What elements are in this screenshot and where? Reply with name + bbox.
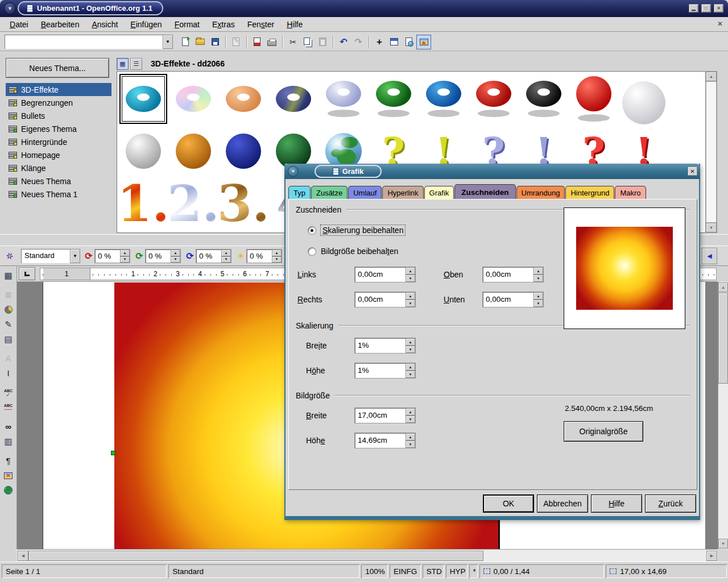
size-höhe-spinner[interactable]: 14,69cm▲▼ bbox=[354, 433, 416, 448]
undo-button[interactable] bbox=[336, 35, 351, 49]
menu-bearbeiten[interactable]: Bearbeiten bbox=[35, 18, 86, 31]
gallery-item-torus-blue[interactable] bbox=[419, 73, 469, 125]
gallery-item-torus-green[interactable] bbox=[369, 73, 419, 125]
status-insert-mode[interactable]: EINFG bbox=[390, 564, 421, 578]
spin-up-icon[interactable]: ▲ bbox=[120, 250, 130, 256]
tab-zusätze[interactable]: Zusätze bbox=[311, 186, 348, 199]
close-document-icon[interactable]: ✕ bbox=[717, 20, 723, 28]
ok-button[interactable]: OK bbox=[483, 494, 534, 513]
spin-up-icon[interactable]: ▲ bbox=[221, 250, 231, 256]
status-zoom[interactable]: 100% bbox=[361, 564, 388, 578]
tab-grafik[interactable]: Grafik bbox=[424, 186, 454, 199]
spin-up-icon[interactable]: ▲ bbox=[533, 267, 543, 275]
spin-down-icon[interactable]: ▼ bbox=[221, 256, 231, 263]
edit-file-button[interactable] bbox=[229, 35, 243, 49]
theme-item[interactable]: Homepage bbox=[6, 148, 111, 161]
theme-item[interactable]: Eigenes Thema bbox=[6, 122, 111, 135]
spin-down-icon[interactable]: ▼ bbox=[120, 256, 130, 263]
maximize-button[interactable]: □ bbox=[701, 4, 711, 13]
menu-fenster[interactable]: Fenster bbox=[241, 18, 280, 31]
minimize-button[interactable] bbox=[689, 4, 698, 13]
draw-functions-button[interactable]: ✎ bbox=[1, 317, 16, 331]
spin-up-icon[interactable]: ▲ bbox=[406, 408, 415, 415]
radio-circle[interactable] bbox=[308, 227, 316, 234]
scroll-left-icon[interactable]: ◀ bbox=[18, 551, 28, 561]
gallery-item-sphere-white[interactable] bbox=[619, 73, 669, 125]
grid-view-button[interactable]: ▦ bbox=[117, 58, 129, 70]
links-spinner[interactable]: 0,00cm▲▼ bbox=[354, 267, 416, 282]
spin-up-icon[interactable]: ▲ bbox=[406, 433, 415, 440]
tab-umlauf[interactable]: Umlauf bbox=[348, 186, 382, 199]
url-input[interactable] bbox=[5, 35, 163, 49]
original-size-button[interactable]: Originalgröße bbox=[564, 421, 643, 442]
new-document-button[interactable] bbox=[178, 35, 193, 49]
spin-down-icon[interactable]: ▼ bbox=[406, 371, 415, 378]
rechts-spinner[interactable]: 0,00cm▲▼ bbox=[354, 292, 416, 307]
theme-item[interactable]: Begrenzungen bbox=[6, 96, 111, 109]
hyperlink-dialog-button[interactable] bbox=[402, 35, 416, 49]
online-layout-button[interactable] bbox=[1, 483, 16, 497]
spin-down-icon[interactable]: ▼ bbox=[171, 256, 180, 263]
form-functions-button[interactable]: ▤ bbox=[1, 332, 16, 346]
spellcheck-button[interactable]: ABC✓ bbox=[1, 385, 16, 400]
copy-button[interactable] bbox=[300, 35, 315, 49]
status-hyperlink-mode[interactable]: HYP bbox=[446, 564, 468, 578]
insert-table-button[interactable]: ▦ bbox=[1, 268, 16, 282]
spin-down-icon[interactable]: ▼ bbox=[272, 256, 282, 263]
menu-ansicht[interactable]: Ansicht bbox=[85, 18, 124, 31]
tab-hintergrund[interactable]: Hintergrund bbox=[565, 186, 614, 199]
tab-zuschneiden[interactable]: Zuschneiden bbox=[454, 184, 515, 199]
gallery-item-number-3-straw[interactable]: 3. bbox=[218, 174, 268, 233]
spin-up-icon[interactable]: ▲ bbox=[533, 292, 543, 300]
abbrechen-button[interactable]: Abbrechen bbox=[537, 494, 588, 513]
status-object-size[interactable]: 17,00 x 14,69 bbox=[606, 564, 727, 578]
oben-spinner[interactable]: 0,00cm▲▼ bbox=[482, 267, 544, 282]
new-theme-button[interactable]: Neues Thema... bbox=[6, 58, 109, 78]
gallery-button[interactable] bbox=[416, 35, 431, 49]
red-adjust-spinner[interactable]: 0 %▲▼ bbox=[94, 249, 130, 263]
insert-object-button[interactable] bbox=[1, 302, 16, 317]
gallery-item-torus-black[interactable] bbox=[519, 73, 569, 125]
scroll-down-icon[interactable]: ▼ bbox=[718, 539, 728, 548]
scale-breite-spinner[interactable]: 1%▲▼ bbox=[354, 338, 416, 354]
scale-höhe-spinner[interactable]: 1%▲▼ bbox=[354, 363, 416, 379]
tab-makro[interactable]: Makro bbox=[615, 186, 646, 199]
dialog-close-icon[interactable]: ✕ bbox=[688, 167, 697, 176]
gallery-item-number-1-fire[interactable]: 1. bbox=[118, 174, 168, 233]
spin-up-icon[interactable]: ▲ bbox=[406, 267, 415, 275]
cut-button[interactable] bbox=[286, 35, 300, 49]
theme-item[interactable]: Neues Thema 1 bbox=[6, 188, 111, 201]
selection-handle[interactable] bbox=[111, 451, 115, 455]
spin-up-icon[interactable]: ▲ bbox=[406, 363, 415, 371]
open-button[interactable] bbox=[193, 35, 208, 49]
status-page-style[interactable]: Standard bbox=[168, 564, 359, 578]
toolbar-collapse-button[interactable]: ◀ bbox=[702, 248, 717, 264]
dialog-menu-button[interactable]: ▼ bbox=[288, 166, 299, 177]
zurück-button[interactable]: Zurück bbox=[645, 494, 696, 513]
redo-button[interactable] bbox=[351, 35, 366, 49]
spin-up-icon[interactable]: ▲ bbox=[272, 250, 282, 256]
menu-extras[interactable]: Extras bbox=[206, 18, 241, 31]
brightness-spinner[interactable]: 0 %▲▼ bbox=[246, 249, 282, 263]
paste-button[interactable] bbox=[315, 35, 330, 49]
scroll-down-icon[interactable]: ▼ bbox=[706, 223, 717, 232]
dialog-titlebar[interactable]: ▼ Grafik ✕ bbox=[284, 164, 700, 179]
scroll-right-icon[interactable]: ▶ bbox=[706, 551, 717, 561]
graphics-mode-dropdown[interactable]: ▼ bbox=[70, 249, 80, 263]
menu-datei[interactable]: Datei bbox=[3, 18, 35, 31]
autospellcheck-button[interactable]: ABC~~~ bbox=[1, 400, 16, 414]
status-selection-mode[interactable]: STD bbox=[423, 564, 444, 578]
menu-hilfe[interactable]: Hilfe bbox=[280, 18, 309, 31]
gallery-item-number-2-ice[interactable]: 2. bbox=[168, 174, 218, 233]
unten-spinner[interactable]: 0,00cm▲▼ bbox=[482, 292, 544, 307]
scroll-up-icon[interactable]: ▲ bbox=[706, 72, 717, 81]
gallery-scrollbar[interactable]: ▲ ▼ bbox=[705, 71, 717, 233]
theme-item[interactable]: Hintergründe bbox=[6, 135, 111, 148]
spin-down-icon[interactable]: ▼ bbox=[533, 300, 543, 307]
stylist-button[interactable] bbox=[387, 35, 402, 49]
print-button[interactable] bbox=[264, 35, 279, 49]
gallery-item-sphere-blue[interactable] bbox=[218, 125, 268, 177]
spin-down-icon[interactable]: ▼ bbox=[406, 275, 415, 282]
theme-item[interactable]: Neues Thema bbox=[6, 174, 111, 188]
gallery-item-sphere-red[interactable] bbox=[569, 73, 619, 125]
